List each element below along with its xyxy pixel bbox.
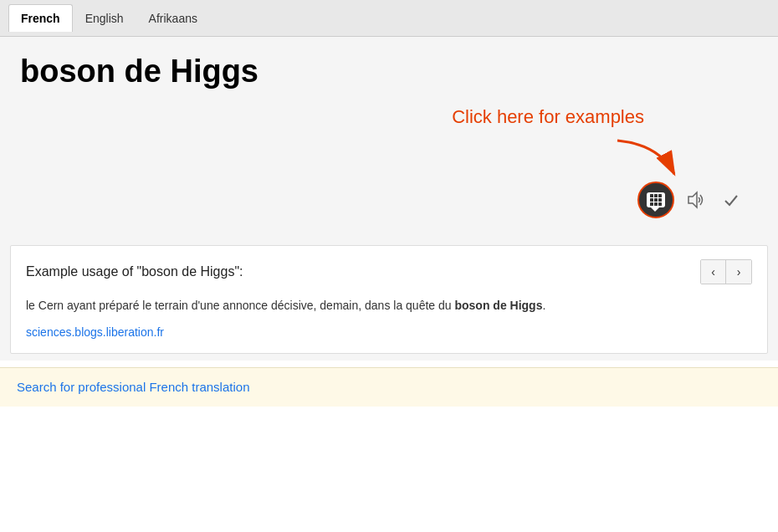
example-source-link[interactable]: sciences.blogs.liberation.fr [26, 325, 164, 339]
bubble-dot-4 [650, 198, 653, 202]
example-title: Example usage of "boson de Higgs": [26, 264, 243, 279]
callout-arrow [609, 136, 684, 182]
professional-translation-link[interactable]: Search for professional French translati… [17, 380, 249, 394]
example-header: Example usage of "boson de Higgs": ‹ › [26, 259, 752, 284]
tab-afrikaans[interactable]: Afrikaans [136, 4, 210, 32]
bubble-dot-9 [658, 202, 662, 206]
tab-bar: French English Afrikaans [0, 0, 778, 37]
bubble-grid [650, 194, 662, 206]
check-button[interactable] [718, 187, 745, 213]
bubble-dot-6 [658, 198, 662, 202]
bubble-dot-3 [658, 194, 662, 197]
tab-english[interactable]: English [73, 4, 136, 32]
bubble-dot-5 [654, 198, 658, 202]
nav-buttons: ‹ › [700, 259, 752, 284]
example-text-before: le Cern ayant préparé le terrain d'une a… [26, 299, 454, 312]
bubble-dot-7 [650, 202, 653, 206]
example-text-bold: boson de Higgs [454, 299, 542, 312]
bubble-dot-1 [650, 194, 653, 197]
callout-area: Click here for examples [17, 106, 761, 182]
bubble-dot-2 [654, 194, 658, 197]
sound-button[interactable] [683, 187, 709, 213]
svg-marker-1 [688, 192, 697, 207]
bubble-dot-8 [654, 202, 658, 206]
sound-icon [686, 191, 706, 209]
tab-french[interactable]: French [8, 4, 73, 32]
example-text: le Cern ayant préparé le terrain d'une a… [26, 296, 752, 315]
word-title: boson de Higgs [20, 54, 761, 90]
main-content: boson de Higgs Click here for examples [0, 37, 778, 238]
speech-bubble-icon [647, 192, 665, 207]
prev-button[interactable]: ‹ [701, 260, 726, 284]
footer-section: Search for professional French translati… [0, 367, 778, 407]
example-card: Example usage of "boson de Higgs": ‹ › l… [10, 245, 768, 354]
check-icon [723, 192, 740, 208]
callout-text: Click here for examples [452, 106, 644, 128]
next-button[interactable]: › [726, 260, 751, 284]
action-buttons-row [17, 182, 761, 230]
examples-button[interactable] [637, 182, 674, 218]
example-text-after: . [542, 299, 545, 312]
